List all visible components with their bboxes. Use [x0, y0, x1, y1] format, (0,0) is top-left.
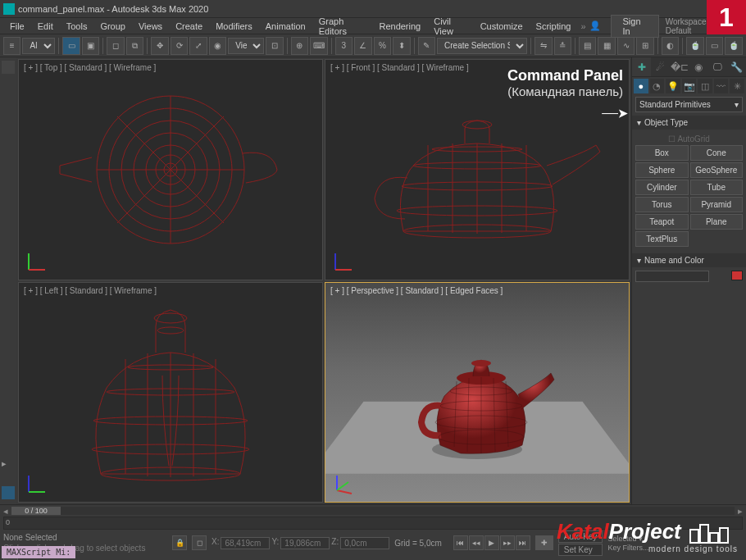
rotate-icon[interactable]: ⟳ [171, 37, 188, 55]
signin-button[interactable]: Sign In [611, 15, 659, 38]
menu-customize[interactable]: Customize [474, 20, 530, 33]
object-name-input[interactable] [635, 271, 709, 282]
viewport-perspective[interactable]: [ + ] [ Perspective ] [ Standard ] [ Edg… [325, 282, 630, 503]
expand-icon[interactable]: ▸ [2, 458, 15, 471]
autogrid-checkbox[interactable]: ☐ AutoGrid [635, 133, 743, 145]
utilities-tab-icon[interactable]: 🔧 [727, 57, 746, 76]
motion-tab-icon[interactable]: ◉ [689, 57, 708, 76]
layer-explorer-icon[interactable]: ▤ [579, 37, 596, 55]
x-coord-input[interactable]: 68,419cm [221, 537, 270, 549]
primitive-cylinder-button[interactable]: Cylinder [635, 180, 689, 195]
curve-editor-icon[interactable]: ∿ [617, 37, 635, 55]
move-icon[interactable]: ✥ [151, 37, 168, 55]
geometry-subtab-icon[interactable]: ● [634, 79, 648, 93]
primitive-category-dropdown[interactable]: Standard Primitives ▾ [635, 97, 743, 112]
object-color-swatch[interactable] [731, 271, 743, 280]
y-coord-input[interactable]: 19,086cm [280, 537, 330, 549]
primitive-teapot-button[interactable]: Teapot [635, 214, 689, 230]
edit-selection-icon[interactable]: ✎ [418, 37, 435, 55]
filter-dropdown[interactable]: All [22, 38, 55, 54]
menu-edit[interactable]: Edit [31, 20, 60, 33]
menu-rendering[interactable]: Rendering [372, 20, 427, 33]
select-object-icon[interactable]: ▭ [62, 37, 80, 55]
placement-icon[interactable]: ◉ [209, 37, 226, 55]
render-icon[interactable]: 🍵 [725, 37, 742, 55]
select-name-icon[interactable]: ▣ [82, 37, 99, 55]
time-prev-icon[interactable]: ◂ [3, 506, 8, 517]
render-setup-icon[interactable]: 🍵 [686, 37, 703, 55]
menu-views[interactable]: Views [132, 20, 169, 33]
goto-start-icon[interactable]: ⏮ [453, 535, 468, 550]
schematic-view-icon[interactable]: ⊞ [636, 37, 653, 55]
spacewarps-subtab-icon[interactable]: 〰 [714, 79, 729, 93]
helpers-subtab-icon[interactable]: ◫ [698, 79, 712, 93]
primitive-box-button[interactable]: Box [635, 145, 689, 161]
material-editor-icon[interactable]: ◐ [662, 37, 679, 55]
percent-snap-icon[interactable]: % [374, 37, 391, 55]
manipulate-icon[interactable]: ⊕ [291, 37, 308, 55]
viewport-front[interactable]: [ + ] [ Front ] [ Standard ] [ Wireframe… [325, 59, 630, 280]
render-frame-icon[interactable]: ▭ [706, 37, 723, 55]
menu-file[interactable]: File [3, 20, 31, 33]
play-icon[interactable]: ▶ [484, 535, 499, 550]
shapes-subtab-icon[interactable]: ◔ [650, 79, 665, 93]
ref-coord-dropdown[interactable]: View [228, 38, 264, 54]
rect-select-icon[interactable]: ◻ [107, 37, 124, 55]
window-crossing-icon[interactable]: ⧉ [126, 37, 143, 55]
maxscript-listener[interactable]: MAXScript Mi: [2, 546, 75, 558]
menu-scripting[interactable]: Scripting [530, 20, 578, 33]
display-tab-icon[interactable]: 🖵 [708, 57, 727, 76]
goto-end-icon[interactable]: ⏭ [516, 535, 530, 550]
selected-dropdown[interactable]: Selected ▾ [607, 535, 648, 543]
next-frame-icon[interactable]: ▸▸ [500, 535, 515, 550]
lights-subtab-icon[interactable]: 💡 [666, 79, 680, 93]
toggle-ribbon-icon[interactable]: ▦ [598, 37, 615, 55]
cameras-subtab-icon[interactable]: 📷 [682, 79, 697, 93]
menu-group[interactable]: Group [93, 20, 132, 33]
menu-civil-view[interactable]: Civil View [427, 15, 473, 38]
viewport-left[interactable]: [ + ] [ Left ] [ Standard ] [ Wireframe … [18, 282, 323, 503]
menu-create[interactable]: Create [169, 20, 209, 33]
primitive-cone-button[interactable]: Cone [690, 145, 744, 161]
prev-frame-icon[interactable]: ◂◂ [469, 535, 484, 550]
angle-snap-icon[interactable]: ∠ [354, 37, 371, 55]
name-color-header[interactable]: ▾ Name and Color [632, 253, 746, 267]
snap-3-icon[interactable]: 3 [335, 37, 353, 55]
primitive-geosphere-button[interactable]: GeoSphere [690, 162, 744, 178]
align-icon[interactable]: ≛ [554, 37, 571, 55]
use-pivot-icon[interactable]: ⊡ [266, 37, 283, 55]
time-next-icon[interactable]: ▸ [738, 506, 743, 517]
menu-animation[interactable]: Animation [259, 20, 312, 33]
menu-modifiers[interactable]: Modifiers [209, 20, 259, 33]
time-ruler[interactable] [3, 517, 743, 530]
lock-selection-icon[interactable]: 🔒 [172, 535, 187, 550]
keyboard-shortcut-icon[interactable]: ⌨ [310, 37, 327, 55]
primitive-plane-button[interactable]: Plane [690, 214, 744, 230]
key-filters-button[interactable]: Key Filters... [607, 544, 648, 552]
menu-graph-editors[interactable]: Graph Editors [312, 15, 373, 38]
z-coord-input[interactable]: 0,0cm [340, 537, 389, 549]
viewport-layout-icon[interactable] [2, 486, 15, 499]
hierarchy-tab-icon[interactable]: �⊏ [670, 57, 689, 76]
set-key-plus-icon[interactable]: ✚ [535, 535, 553, 550]
primitive-sphere-button[interactable]: Sphere [635, 162, 689, 178]
time-handle[interactable]: 0 / 100 [11, 507, 61, 515]
isolate-icon[interactable]: ◻ [192, 535, 207, 550]
systems-subtab-icon[interactable]: ✳ [730, 79, 744, 93]
time-slider[interactable]: 0 / 100 [11, 507, 735, 515]
primitive-tube-button[interactable]: Tube [690, 180, 744, 195]
scene-explorer-icon[interactable] [2, 61, 15, 74]
menu-tools[interactable]: Tools [60, 20, 94, 33]
selection-set-dropdown[interactable]: Create Selection Se [437, 38, 527, 54]
primitive-textplus-button[interactable]: TextPlus [635, 231, 689, 247]
primitive-torus-button[interactable]: Torus [635, 197, 689, 212]
primitive-pyramid-button[interactable]: Pyramid [690, 197, 744, 212]
mirror-icon[interactable]: ⇋ [534, 37, 552, 55]
scale-icon[interactable]: ⤢ [189, 37, 207, 55]
modify-tab-icon[interactable]: ☄ [651, 57, 670, 76]
spinner-snap-icon[interactable]: ⬍ [393, 37, 410, 55]
auto-key-button[interactable]: Auto Key [558, 530, 603, 543]
create-tab-icon[interactable]: ✚ [632, 57, 651, 76]
set-key-button[interactable]: Set Key [558, 544, 603, 556]
object-type-header[interactable]: ▾ Object Type [632, 116, 746, 130]
